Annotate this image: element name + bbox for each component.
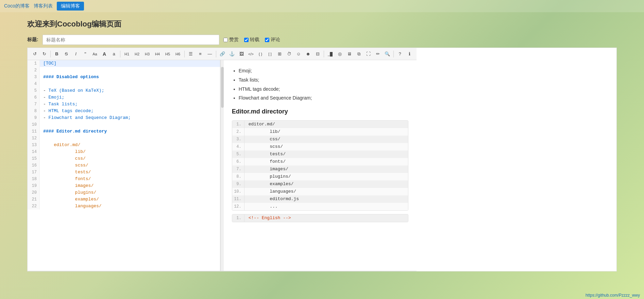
nav-link-list[interactable]: 博客列表 <box>34 3 53 9</box>
bold-button[interactable]: B <box>52 50 61 58</box>
toolbar-sep-1 <box>50 51 51 57</box>
line-21: 21 examples/ <box>28 196 220 203</box>
grid-button[interactable]: ⊟ <box>313 50 322 58</box>
search-button[interactable]: 🔍 <box>383 50 392 58</box>
cb-row-12: 12. ... <box>232 203 408 210</box>
editor-scrollbar[interactable] <box>220 60 224 271</box>
option-pinglun[interactable]: 评论 <box>265 37 280 43</box>
toolbar-sep-4 <box>216 51 216 57</box>
italic-button[interactable]: I <box>71 50 80 58</box>
page-title: 欢迎来到Cocoblog编辑页面 <box>27 19 617 29</box>
line-4: 4 <box>28 81 220 87</box>
preview-pane: Emoji; Task lists; HTML tags decode; Flo… <box>224 60 417 271</box>
cb-row-9: 9. examples/ <box>232 180 408 188</box>
cb-row-2: 2. lib/ <box>232 128 408 136</box>
lowercase-a-button[interactable]: a <box>109 50 118 58</box>
uppercase-aa-button[interactable]: Aa <box>90 50 99 58</box>
nav-link-blog[interactable]: Coco的博客 <box>4 3 30 9</box>
cb-row-11: 11. editormd.js <box>232 195 408 203</box>
redo-button[interactable]: ↻ <box>40 50 49 58</box>
h1-button[interactable]: H1 <box>122 50 132 58</box>
scrollbar-thumb[interactable] <box>221 67 224 108</box>
undo-button[interactable]: ↺ <box>30 50 39 58</box>
emoji2-button[interactable]: ☻ <box>304 50 312 58</box>
code-block1-button[interactable]: { } <box>256 50 265 58</box>
title-input[interactable] <box>43 35 219 45</box>
line-19: 19 images/ <box>28 182 220 189</box>
code-pane[interactable]: 1 [TOC] 2 3 #### Disabled options 4 <box>28 60 220 271</box>
zhuanzai-label: 转载 <box>250 37 259 43</box>
footer-url: https://github.com/Pzzzz_wwy <box>586 293 640 298</box>
editor-split: 1 [TOC] 2 3 #### Disabled options 4 <box>28 60 417 271</box>
disabled-options-list: Emoji; Task lists; HTML tags decode; Flo… <box>239 67 408 102</box>
h3-button[interactable]: H3 <box>142 50 152 58</box>
line-20: 20 plugins/ <box>28 189 220 196</box>
zhuanzai-checkbox[interactable] <box>244 38 249 42</box>
terminal-button[interactable]: _█ <box>326 50 335 58</box>
table-button[interactable]: ⊞ <box>275 50 284 58</box>
clock-button[interactable]: ⏱ <box>285 50 293 58</box>
zanshang-checkbox[interactable] <box>223 38 228 42</box>
monitor-button[interactable]: 🖥 <box>345 50 354 58</box>
help-button[interactable]: ? <box>395 50 404 58</box>
anchor-button[interactable]: ⚓ <box>227 50 236 58</box>
image-button[interactable]: 🖼 <box>237 50 246 58</box>
preview-toggle-button[interactable]: ◎ <box>335 50 344 58</box>
list-item: HTML tags decode; <box>239 85 408 93</box>
line-3: 3 #### Disabled options <box>28 74 220 81</box>
option-zanshang[interactable]: 赞赏 <box>223 37 239 43</box>
list-item: Emoji; <box>239 67 408 75</box>
line-14: 14 lib/ <box>28 148 220 155</box>
cb-row-3: 3. css/ <box>232 136 408 143</box>
fullscreen-button[interactable]: ⛶ <box>364 50 373 58</box>
top-nav: Coco的博客 博客列表 编辑博客 <box>0 0 644 12</box>
hr-button[interactable]: — <box>205 50 214 58</box>
ol-button[interactable]: ≡ <box>196 50 205 58</box>
toolbar-sep-5 <box>324 51 324 57</box>
pencil-button[interactable]: ✏ <box>373 50 382 58</box>
cb-row-8: 8. plugins/ <box>232 173 408 180</box>
pinglun-checkbox[interactable] <box>265 38 269 42</box>
directory-heading: Editor.md directory <box>232 106 408 117</box>
toolbar-sep-3 <box>184 51 185 57</box>
h5-button[interactable]: H5 <box>163 50 172 58</box>
emoji1-button[interactable]: ☺ <box>294 50 303 58</box>
line-1: 1 [TOC] <box>28 60 220 67</box>
fullscreen-left-button[interactable]: ⧉ <box>354 50 363 58</box>
ul-button[interactable]: ☰ <box>186 50 195 58</box>
toolbar-sep-6 <box>393 51 394 57</box>
line-18: 18 fonts/ <box>28 176 220 182</box>
link-button[interactable]: 🔗 <box>218 50 227 58</box>
cb-row-4: 4. scss/ <box>232 143 408 151</box>
cb-row-1: 1. editor.md/ <box>232 121 408 128</box>
list-item: Task lists; <box>239 76 408 84</box>
list-item: Flowchart and Sequence Diagram; <box>239 94 408 102</box>
line-5: 5 - TeX (Based on KaTeX); <box>28 87 220 94</box>
toolbar: ↺ ↻ B S I " Aa A a H1 H2 H3 H4 H5 H6 ☰ ≡ <box>28 48 417 60</box>
code-block2-button[interactable]: [ ] <box>266 50 274 58</box>
line-11: 11 #### Editor.md directory <box>28 128 220 135</box>
code-inline-button[interactable]: </> <box>247 50 255 58</box>
nav-btn-edit[interactable]: 编辑博客 <box>57 2 84 11</box>
cb-row-6: 6. fonts/ <box>232 158 408 165</box>
html-comment-block: 1. <!-- English --> <box>232 214 408 222</box>
uppercase-a-button[interactable]: A <box>100 50 109 58</box>
line-7: 7 - Task lists; <box>28 101 220 108</box>
h2-button[interactable]: H2 <box>132 50 142 58</box>
h6-button[interactable]: H6 <box>173 50 183 58</box>
line-16: 16 scss/ <box>28 162 220 169</box>
strikethrough-button[interactable]: S <box>62 50 71 58</box>
option-zhuanzai[interactable]: 转载 <box>244 37 259 43</box>
title-label: 标题: <box>27 37 38 43</box>
title-row: 标题: 赞赏 转载 评论 <box>27 35 617 45</box>
line-15: 15 css/ <box>28 155 220 162</box>
info-button[interactable]: ℹ <box>405 50 414 58</box>
line-12: 12 <box>28 135 220 142</box>
editor-container: ↺ ↻ B S I " Aa A a H1 H2 H3 H4 H5 H6 ☰ ≡ <box>27 48 617 271</box>
html-cb-row-1: 1. <!-- English --> <box>232 214 408 222</box>
line-10: 10 <box>28 121 220 128</box>
line-22: 22 languages/ <box>28 203 220 210</box>
h4-button[interactable]: H4 <box>153 50 162 58</box>
line-13: 13 editor.md/ <box>28 142 220 148</box>
quote-button[interactable]: " <box>81 50 90 58</box>
